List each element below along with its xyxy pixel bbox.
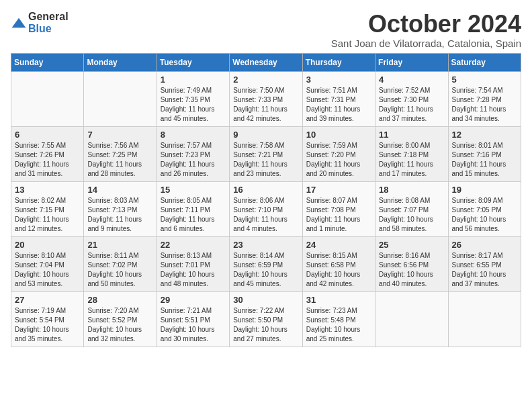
day-detail: Sunrise: 8:09 AM Sunset: 7:05 PM Dayligh… bbox=[452, 196, 517, 234]
calendar-cell: 3Sunrise: 7:51 AM Sunset: 7:31 PM Daylig… bbox=[302, 71, 375, 126]
day-detail: Sunrise: 8:00 AM Sunset: 7:18 PM Dayligh… bbox=[379, 141, 444, 179]
calendar-cell: 12Sunrise: 8:01 AM Sunset: 7:16 PM Dayli… bbox=[448, 126, 521, 181]
day-detail: Sunrise: 7:52 AM Sunset: 7:30 PM Dayligh… bbox=[379, 86, 444, 124]
day-number: 30 bbox=[233, 295, 298, 305]
day-number: 25 bbox=[379, 240, 444, 250]
day-detail: Sunrise: 7:54 AM Sunset: 7:28 PM Dayligh… bbox=[452, 86, 517, 124]
calendar-week: 27Sunrise: 7:19 AM Sunset: 5:54 PM Dayli… bbox=[11, 291, 521, 347]
day-detail: Sunrise: 7:19 AM Sunset: 5:54 PM Dayligh… bbox=[15, 306, 80, 344]
day-detail: Sunrise: 8:08 AM Sunset: 7:07 PM Dayligh… bbox=[379, 196, 444, 234]
header-cell: Sunday bbox=[11, 53, 84, 71]
calendar-header: SundayMondayTuesdayWednesdayThursdayFrid… bbox=[11, 53, 521, 71]
header-cell: Saturday bbox=[448, 53, 521, 71]
calendar-cell: 19Sunrise: 8:09 AM Sunset: 7:05 PM Dayli… bbox=[448, 181, 521, 236]
day-number: 31 bbox=[306, 295, 371, 305]
day-detail: Sunrise: 8:07 AM Sunset: 7:08 PM Dayligh… bbox=[306, 196, 371, 234]
day-detail: Sunrise: 7:51 AM Sunset: 7:31 PM Dayligh… bbox=[306, 86, 371, 124]
day-number: 16 bbox=[233, 185, 298, 195]
calendar-cell: 15Sunrise: 8:05 AM Sunset: 7:11 PM Dayli… bbox=[157, 181, 229, 236]
day-number: 27 bbox=[15, 295, 80, 305]
day-number: 19 bbox=[452, 185, 517, 195]
day-number: 23 bbox=[233, 240, 298, 250]
day-detail: Sunrise: 8:17 AM Sunset: 6:55 PM Dayligh… bbox=[452, 251, 517, 289]
calendar-cell: 27Sunrise: 7:19 AM Sunset: 5:54 PM Dayli… bbox=[11, 291, 84, 347]
calendar-week: 6Sunrise: 7:55 AM Sunset: 7:26 PM Daylig… bbox=[11, 126, 521, 181]
day-number: 18 bbox=[379, 185, 444, 195]
calendar-cell: 20Sunrise: 8:10 AM Sunset: 7:04 PM Dayli… bbox=[11, 236, 84, 291]
day-detail: Sunrise: 7:55 AM Sunset: 7:26 PM Dayligh… bbox=[15, 141, 80, 179]
calendar-cell: 28Sunrise: 7:20 AM Sunset: 5:52 PM Dayli… bbox=[84, 291, 157, 347]
location-title: Sant Joan de Vilatorrada, Catalonia, Spa… bbox=[331, 38, 521, 49]
calendar-week: 13Sunrise: 8:02 AM Sunset: 7:15 PM Dayli… bbox=[11, 181, 521, 236]
day-detail: Sunrise: 8:05 AM Sunset: 7:11 PM Dayligh… bbox=[161, 196, 226, 234]
day-detail: Sunrise: 7:58 AM Sunset: 7:21 PM Dayligh… bbox=[233, 141, 298, 179]
day-detail: Sunrise: 7:49 AM Sunset: 7:35 PM Dayligh… bbox=[161, 86, 226, 124]
day-number: 8 bbox=[161, 130, 226, 140]
calendar-cell: 29Sunrise: 7:21 AM Sunset: 5:51 PM Dayli… bbox=[157, 291, 229, 347]
calendar-cell: 31Sunrise: 7:23 AM Sunset: 5:48 PM Dayli… bbox=[302, 291, 375, 347]
calendar-cell bbox=[448, 291, 521, 347]
day-detail: Sunrise: 8:02 AM Sunset: 7:15 PM Dayligh… bbox=[15, 196, 80, 234]
svg-marker-0 bbox=[12, 17, 26, 27]
calendar-cell: 22Sunrise: 8:13 AM Sunset: 7:01 PM Dayli… bbox=[157, 236, 229, 291]
day-number: 5 bbox=[452, 75, 517, 85]
day-number: 2 bbox=[233, 75, 298, 85]
calendar-cell: 25Sunrise: 8:16 AM Sunset: 6:56 PM Dayli… bbox=[375, 236, 448, 291]
day-detail: Sunrise: 7:23 AM Sunset: 5:48 PM Dayligh… bbox=[306, 306, 371, 344]
day-detail: Sunrise: 7:22 AM Sunset: 5:50 PM Dayligh… bbox=[233, 306, 298, 344]
day-number: 1 bbox=[161, 75, 226, 85]
day-detail: Sunrise: 8:03 AM Sunset: 7:13 PM Dayligh… bbox=[87, 196, 152, 234]
header-cell: Wednesday bbox=[230, 53, 302, 71]
logo-icon bbox=[11, 17, 27, 29]
day-number: 4 bbox=[379, 75, 444, 85]
calendar-cell: 10Sunrise: 7:59 AM Sunset: 7:20 PM Dayli… bbox=[302, 126, 375, 181]
day-detail: Sunrise: 8:06 AM Sunset: 7:10 PM Dayligh… bbox=[233, 196, 298, 234]
calendar-cell: 6Sunrise: 7:55 AM Sunset: 7:26 PM Daylig… bbox=[11, 126, 84, 181]
calendar-week: 1Sunrise: 7:49 AM Sunset: 7:35 PM Daylig… bbox=[11, 71, 521, 126]
day-detail: Sunrise: 7:56 AM Sunset: 7:25 PM Dayligh… bbox=[87, 141, 152, 179]
header-cell: Friday bbox=[375, 53, 448, 71]
day-detail: Sunrise: 8:16 AM Sunset: 6:56 PM Dayligh… bbox=[379, 251, 444, 289]
logo-general: General bbox=[28, 11, 69, 23]
calendar-cell: 4Sunrise: 7:52 AM Sunset: 7:30 PM Daylig… bbox=[375, 71, 448, 126]
day-detail: Sunrise: 8:01 AM Sunset: 7:16 PM Dayligh… bbox=[452, 141, 517, 179]
calendar-cell: 17Sunrise: 8:07 AM Sunset: 7:08 PM Dayli… bbox=[302, 181, 375, 236]
calendar-body: 1Sunrise: 7:49 AM Sunset: 7:35 PM Daylig… bbox=[11, 71, 521, 347]
calendar-cell: 18Sunrise: 8:08 AM Sunset: 7:07 PM Dayli… bbox=[375, 181, 448, 236]
day-number: 29 bbox=[161, 295, 226, 305]
calendar-cell bbox=[11, 71, 84, 126]
day-detail: Sunrise: 7:50 AM Sunset: 7:33 PM Dayligh… bbox=[233, 86, 298, 124]
calendar-cell: 13Sunrise: 8:02 AM Sunset: 7:15 PM Dayli… bbox=[11, 181, 84, 236]
day-detail: Sunrise: 8:11 AM Sunset: 7:02 PM Dayligh… bbox=[87, 251, 152, 289]
calendar-week: 20Sunrise: 8:10 AM Sunset: 7:04 PM Dayli… bbox=[11, 236, 521, 291]
day-number: 9 bbox=[233, 130, 298, 140]
header-cell: Thursday bbox=[302, 53, 375, 71]
calendar-table: SundayMondayTuesdayWednesdayThursdayFrid… bbox=[11, 53, 521, 347]
calendar-cell bbox=[84, 71, 157, 126]
calendar-cell: 8Sunrise: 7:57 AM Sunset: 7:23 PM Daylig… bbox=[157, 126, 229, 181]
day-detail: Sunrise: 7:20 AM Sunset: 5:52 PM Dayligh… bbox=[87, 306, 152, 344]
calendar-cell: 2Sunrise: 7:50 AM Sunset: 7:33 PM Daylig… bbox=[230, 71, 302, 126]
calendar-cell: 5Sunrise: 7:54 AM Sunset: 7:28 PM Daylig… bbox=[448, 71, 521, 126]
day-detail: Sunrise: 7:59 AM Sunset: 7:20 PM Dayligh… bbox=[306, 141, 371, 179]
calendar-cell: 30Sunrise: 7:22 AM Sunset: 5:50 PM Dayli… bbox=[230, 291, 302, 347]
calendar-cell: 7Sunrise: 7:56 AM Sunset: 7:25 PM Daylig… bbox=[84, 126, 157, 181]
page-header: General Blue October 2024 Sant Joan de V… bbox=[11, 11, 521, 49]
day-detail: Sunrise: 8:14 AM Sunset: 6:59 PM Dayligh… bbox=[233, 251, 298, 289]
day-detail: Sunrise: 8:10 AM Sunset: 7:04 PM Dayligh… bbox=[15, 251, 80, 289]
calendar-cell bbox=[375, 291, 448, 347]
calendar-cell: 14Sunrise: 8:03 AM Sunset: 7:13 PM Dayli… bbox=[84, 181, 157, 236]
day-number: 15 bbox=[161, 185, 226, 195]
calendar-cell: 1Sunrise: 7:49 AM Sunset: 7:35 PM Daylig… bbox=[157, 71, 229, 126]
day-number: 22 bbox=[161, 240, 226, 250]
day-number: 7 bbox=[87, 130, 152, 140]
calendar-cell: 16Sunrise: 8:06 AM Sunset: 7:10 PM Dayli… bbox=[230, 181, 302, 236]
logo: General Blue bbox=[11, 11, 69, 34]
day-number: 17 bbox=[306, 185, 371, 195]
calendar-cell: 26Sunrise: 8:17 AM Sunset: 6:55 PM Dayli… bbox=[448, 236, 521, 291]
day-number: 13 bbox=[15, 185, 80, 195]
day-detail: Sunrise: 7:21 AM Sunset: 5:51 PM Dayligh… bbox=[161, 306, 226, 344]
calendar-cell: 21Sunrise: 8:11 AM Sunset: 7:02 PM Dayli… bbox=[84, 236, 157, 291]
day-detail: Sunrise: 7:57 AM Sunset: 7:23 PM Dayligh… bbox=[161, 141, 226, 179]
day-number: 12 bbox=[452, 130, 517, 140]
